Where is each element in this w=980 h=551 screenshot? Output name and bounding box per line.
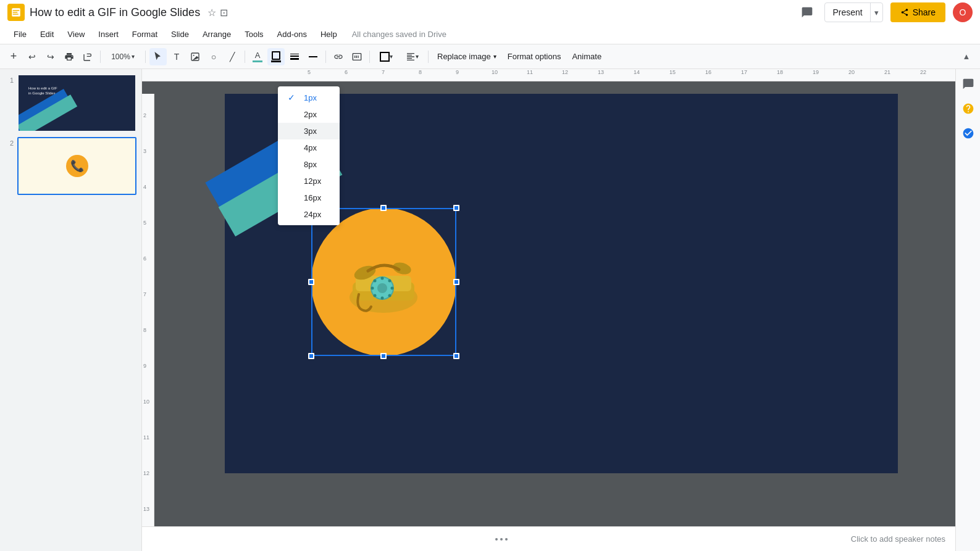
handle-br[interactable] [453, 353, 459, 359]
undo-button[interactable]: ↩ [23, 48, 41, 65]
link-button[interactable] [330, 48, 347, 65]
zoom-control[interactable]: 100% ▾ [104, 48, 141, 65]
handle-ml[interactable] [308, 279, 314, 285]
menu-arrange[interactable]: Arrange [196, 27, 237, 41]
doc-title: How to edit a GIF in Google Slides [30, 6, 200, 19]
menu-insert[interactable]: Insert [92, 27, 125, 41]
menu-addons[interactable]: Add-ons [271, 27, 313, 41]
separator-2 [145, 51, 146, 63]
animate-label: Animate [572, 52, 601, 61]
title-bar: How to edit a GIF in Google Slides ☆ ⊡ P… [0, 0, 980, 25]
fill-color-button[interactable]: A [249, 48, 266, 65]
slide-1-thumbnail[interactable]: How to edit a GIFin Google Slides [17, 74, 136, 132]
menu-slide[interactable]: Slide [165, 27, 195, 41]
paint-format-button[interactable] [79, 48, 96, 65]
border-weight-16px[interactable]: 16px [278, 189, 340, 206]
text-tool[interactable]: T [168, 48, 185, 65]
svg-point-19 [381, 297, 384, 300]
title-right: Present ▾ Share O [797, 2, 973, 22]
main-layout: 1 How to edit a GIFin Google Slides 2 � [0, 69, 980, 551]
gif-image-content [311, 208, 456, 356]
border-weight-8px[interactable]: 8px [278, 156, 340, 173]
svg-point-18 [388, 294, 392, 297]
share-button[interactable]: Share [890, 2, 945, 22]
present-dropdown-arrow[interactable]: ▾ [870, 3, 882, 22]
border-weight-24px[interactable]: 24px [278, 206, 340, 223]
border-weight-button[interactable] [286, 48, 303, 65]
separator-3 [245, 51, 245, 63]
align-button[interactable]: ▾ [400, 48, 424, 65]
handle-bm[interactable] [380, 353, 387, 359]
border-weight-2px[interactable]: 2px [278, 106, 340, 123]
menu-view[interactable]: View [61, 27, 91, 41]
notes-placeholder[interactable]: Click to add speaker notes [851, 534, 945, 544]
border-weight-3px[interactable]: 3px [278, 123, 340, 139]
image-tool[interactable] [186, 48, 204, 65]
drive-icon[interactable]: ⊡ [220, 7, 228, 19]
slide-1-number: 1 [5, 74, 14, 84]
border-weight-12px-label: 12px [304, 176, 321, 186]
handle-bl[interactable] [308, 353, 314, 359]
canvas-area: 5 6 7 8 9 10 11 12 13 14 15 16 17 18 19 … [142, 69, 955, 551]
notes-resize-handle[interactable] [489, 538, 514, 541]
cursor-tool[interactable] [149, 48, 167, 65]
present-label[interactable]: Present [825, 2, 869, 22]
menu-edit[interactable]: Edit [34, 27, 60, 41]
sidebar-comments-icon[interactable] [958, 74, 978, 94]
border-weight-1px[interactable]: ✓ 1px [278, 89, 340, 106]
replace-image-button[interactable]: Replace image ▾ [432, 48, 501, 65]
handle-mr[interactable] [453, 279, 459, 285]
border-weight-2px-label: 2px [304, 110, 317, 119]
slide-2-thumbnail[interactable]: 📞 [17, 137, 136, 195]
border-style-button[interactable]: ▾ [374, 48, 398, 65]
phone-svg [340, 239, 427, 325]
border-weight-12px[interactable]: 12px [278, 173, 340, 189]
print-button[interactable] [61, 48, 78, 65]
title-icons: ☆ ⊡ [207, 7, 228, 19]
menu-file[interactable]: File [7, 27, 33, 41]
sidebar-tasks-icon[interactable] [958, 123, 978, 143]
separator-6 [428, 51, 429, 63]
menu-format[interactable]: Format [126, 27, 164, 41]
user-avatar[interactable]: O [953, 2, 973, 22]
svg-point-17 [391, 287, 394, 290]
alt-text-button[interactable] [348, 48, 366, 65]
line-tool[interactable]: ╱ [224, 48, 241, 65]
slide-2-phone-icon: 📞 [66, 155, 88, 177]
border-weight-4px[interactable]: 4px [278, 139, 340, 156]
sidebar-qa-icon[interactable] [958, 99, 978, 118]
handle-tm[interactable] [380, 205, 387, 211]
menu-help[interactable]: Help [314, 27, 343, 41]
format-options-label: Format options [508, 52, 561, 61]
menu-bar: File Edit View Insert Format Slide Arran… [0, 25, 980, 44]
slide-canvas-wrapper[interactable] [154, 81, 955, 526]
toolbar: + ↩ ↪ 100% ▾ T ○ ╱ A [0, 44, 980, 69]
resize-dot-3 [505, 538, 508, 541]
svg-point-15 [381, 277, 384, 280]
border-color-button[interactable] [267, 48, 285, 65]
slide-1-container[interactable]: 1 How to edit a GIFin Google Slides [5, 74, 136, 132]
redo-button[interactable]: ↪ [42, 48, 59, 65]
add-button[interactable]: + [5, 48, 22, 65]
resize-dot-1 [495, 538, 498, 541]
svg-point-20 [374, 294, 377, 297]
border-dash-button[interactable] [304, 48, 322, 65]
animate-button[interactable]: Animate [567, 48, 606, 65]
gif-image-object[interactable] [311, 208, 456, 356]
present-button[interactable]: Present ▾ [824, 2, 882, 22]
replace-image-label: Replace image [437, 52, 491, 61]
toolbar-collapse-button[interactable]: ▲ [958, 48, 975, 65]
comment-button[interactable] [797, 2, 817, 22]
menu-tools[interactable]: Tools [238, 27, 269, 41]
border-weight-24px-label: 24px [304, 210, 321, 219]
slide-2-container[interactable]: 2 📞 [5, 137, 136, 195]
star-icon[interactable]: ☆ [207, 7, 216, 19]
shape-tool[interactable]: ○ [205, 48, 222, 65]
separator-1 [100, 51, 101, 63]
svg-point-14 [377, 283, 387, 293]
replace-image-dropdown-icon: ▾ [493, 53, 496, 60]
format-options-button[interactable]: Format options [503, 48, 566, 65]
border-weight-dropdown: ✓ 1px 2px 3px 4px 8px 12px 16px 2 [278, 86, 340, 225]
handle-tr[interactable] [453, 205, 459, 211]
svg-point-21 [371, 287, 374, 290]
